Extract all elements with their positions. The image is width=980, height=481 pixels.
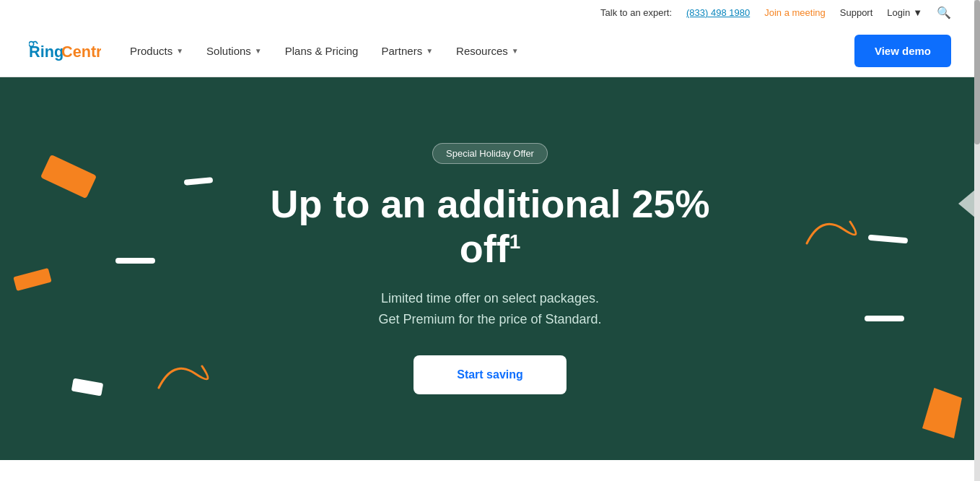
confetti-swirl-tr	[792, 200, 886, 261]
nav-item-products[interactable]: Products ▼	[130, 26, 183, 76]
nav-item-plans-pricing[interactable]: Plans & Pricing	[285, 26, 359, 76]
hero-section: Special Holiday Offer Up to an additiona…	[0, 77, 980, 460]
confetti-white-small-bl	[71, 378, 103, 396]
support-link[interactable]: Support	[840, 7, 873, 18]
scrollbar-thumb[interactable]	[974, 0, 980, 144]
scrollbar[interactable]	[974, 0, 980, 460]
top-bar: Talk to an expert: (833) 498 1980 Join a…	[0, 0, 980, 25]
main-nav: Ring Central Products ▼ Solutions ▼ Plan…	[0, 25, 980, 77]
view-demo-button[interactable]: View demo	[854, 35, 951, 67]
confetti-orange-ribbon-tl	[40, 155, 97, 199]
expert-text: Talk to an expert:	[600, 7, 672, 18]
hero-subtitle: Limited time offer on select packages. G…	[252, 288, 728, 330]
start-saving-button[interactable]: Start saving	[414, 355, 566, 394]
chevron-down-icon: ▼	[176, 47, 183, 55]
nav-links: Products ▼ Solutions ▼ Plans & Pricing P…	[130, 26, 854, 76]
nav-item-partners[interactable]: Partners ▼	[381, 26, 433, 76]
login-button[interactable]: Login ▼	[887, 7, 922, 18]
confetti-white-dash-tl	[184, 177, 214, 185]
nav-item-resources[interactable]: Resources ▼	[456, 26, 519, 76]
hero-content: Special Holiday Offer Up to an additiona…	[237, 143, 743, 395]
search-icon[interactable]: 🔍	[937, 6, 951, 20]
svg-text:Central: Central	[61, 43, 101, 61]
confetti-white-dash-tr	[868, 235, 908, 244]
chevron-down-icon: ▼	[512, 47, 519, 55]
join-meeting-link[interactable]: Join a meeting	[764, 7, 826, 18]
logo[interactable]: Ring Central	[29, 40, 101, 63]
confetti-white-dash-rm	[865, 316, 904, 321]
holiday-badge: Special Holiday Offer	[432, 143, 548, 164]
chevron-down-icon: ▼	[255, 47, 262, 55]
chevron-down-icon: ▼	[426, 47, 433, 55]
logo-svg: Ring Central	[29, 40, 101, 63]
chevron-down-icon: ▼	[913, 7, 922, 18]
phone-number[interactable]: (833) 498 1980	[686, 7, 750, 18]
hero-title: Up to an additional 25% off1	[252, 181, 728, 271]
svg-text:Ring: Ring	[29, 43, 64, 61]
confetti-swirl-bl	[144, 344, 238, 405]
nav-item-solutions[interactable]: Solutions ▼	[206, 26, 262, 76]
confetti-orange-piece-l	[13, 268, 51, 291]
confetti-white-dash-lm	[115, 258, 155, 264]
confetti-orange-br	[922, 388, 962, 438]
